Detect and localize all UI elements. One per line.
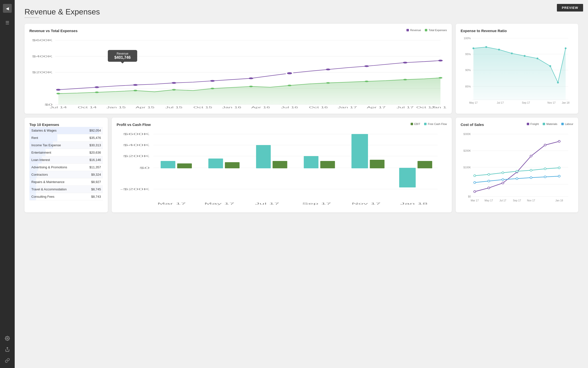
- svg-text:$0: $0: [468, 195, 471, 198]
- top-expenses-card: Top 10 Expenses Salaries & Wages $92,054…: [24, 118, 108, 212]
- chart5-legend: Freight Materials Labour: [527, 123, 573, 125]
- expense-row: Advertising & Promotions $11,357: [29, 164, 103, 171]
- expense-row: Salaries & Wages $92,054: [29, 127, 103, 134]
- svg-point-116: [544, 144, 546, 146]
- svg-text:Jul 16: Jul 16: [281, 106, 298, 109]
- svg-point-115: [530, 155, 532, 157]
- svg-point-118: [474, 175, 476, 177]
- cost-sales-card: Cost of Sales Freight Materials Labour: [456, 118, 578, 212]
- svg-point-125: [474, 182, 476, 184]
- svg-point-15: [172, 89, 176, 90]
- settings-icon[interactable]: [5, 336, 10, 342]
- svg-point-19: [326, 82, 330, 84]
- profit-cashflow-card: Profit vs Cash Flow EBIT Free Cash Flow: [112, 118, 452, 212]
- svg-text:$600K: $600K: [123, 133, 150, 135]
- svg-point-33: [438, 60, 443, 61]
- svg-point-120: [502, 172, 504, 174]
- legend-freight: Freight: [527, 123, 539, 125]
- sidebar-bottom-icons: [5, 336, 10, 364]
- svg-text:Apr 16: Apr 16: [251, 106, 270, 109]
- svg-point-124: [558, 167, 560, 169]
- svg-point-60: [473, 48, 474, 49]
- svg-point-31: [364, 65, 369, 67]
- back-button[interactable]: ◀: [3, 4, 12, 13]
- svg-text:Jul 17: Jul 17: [500, 199, 506, 202]
- svg-text:Oct 16: Oct 16: [309, 106, 328, 109]
- svg-point-64: [524, 55, 526, 57]
- svg-text:95%: 95%: [465, 53, 471, 56]
- chart2-title: Expense to Revenue Ratio: [461, 29, 507, 33]
- svg-rect-94: [399, 168, 416, 187]
- svg-text:Jul 14: Jul 14: [50, 106, 67, 109]
- svg-point-119: [488, 173, 490, 175]
- legend-ebit: EBIT: [411, 123, 420, 125]
- svg-point-21: [403, 79, 407, 80]
- svg-point-126: [488, 180, 490, 182]
- svg-rect-87: [225, 162, 240, 168]
- svg-text:Jan 18: Jan 18: [431, 106, 447, 109]
- expense-row: Consulting Fees $8,743: [29, 193, 103, 200]
- svg-rect-84: [161, 161, 175, 168]
- svg-text:Apr 17: Apr 17: [367, 106, 386, 109]
- svg-text:Jan 15: Jan 15: [107, 106, 126, 109]
- svg-text:$200K: $200K: [32, 71, 53, 74]
- preview-button[interactable]: PREVIEW: [557, 4, 583, 12]
- svg-point-130: [544, 176, 546, 178]
- svg-rect-85: [177, 163, 192, 168]
- svg-text:$200K: $200K: [123, 155, 150, 158]
- menu-icon[interactable]: ☰: [5, 20, 9, 25]
- svg-text:$100K: $100K: [464, 166, 471, 169]
- svg-point-66: [549, 65, 551, 67]
- chart3-title: Top 10 Expenses: [29, 123, 59, 127]
- chart4-area: $600K $400K $200K $0 -$200K: [117, 132, 447, 208]
- svg-point-63: [511, 52, 513, 54]
- expense-row: Rent $35,476: [29, 134, 103, 142]
- svg-point-32: [403, 62, 407, 63]
- share-icon[interactable]: [5, 347, 10, 353]
- svg-point-129: [530, 177, 532, 179]
- legend-revenue: Revenue: [406, 29, 421, 32]
- chart2-area: 100% 95% 90% 85%: [461, 33, 573, 104]
- svg-text:$0: $0: [45, 103, 52, 106]
- svg-rect-91: [320, 161, 335, 168]
- svg-rect-88: [256, 145, 271, 168]
- svg-text:Apr 15: Apr 15: [135, 106, 154, 109]
- expense-row: Loan Interest $16,146: [29, 156, 103, 164]
- svg-point-24: [95, 86, 99, 88]
- svg-text:Jul 17: Jul 17: [397, 106, 414, 109]
- svg-point-67: [557, 82, 559, 83]
- bottom-row: Top 10 Expenses Salaries & Wages $92,054…: [24, 118, 578, 212]
- svg-rect-90: [304, 156, 318, 168]
- svg-point-18: [288, 85, 292, 86]
- svg-point-121: [516, 170, 518, 172]
- svg-text:Jan 17: Jan 17: [338, 106, 357, 109]
- expense-row: Income Tax Expense $30,313: [29, 142, 103, 149]
- svg-rect-92: [352, 134, 368, 168]
- svg-text:Mar 17: Mar 17: [471, 199, 479, 202]
- svg-point-123: [544, 168, 546, 170]
- svg-point-112: [488, 187, 490, 189]
- svg-rect-95: [417, 161, 432, 168]
- sidebar: ◀ ☰: [0, 0, 15, 368]
- svg-text:Oct 14: Oct 14: [78, 106, 97, 109]
- svg-text:Oct 15: Oct 15: [193, 106, 212, 109]
- top-row: Revenue vs Total Expenses Revenue Total …: [24, 24, 578, 114]
- link-icon[interactable]: [5, 358, 10, 364]
- svg-text:$600K: $600K: [32, 39, 53, 42]
- svg-text:Sep 17: Sep 17: [522, 101, 530, 104]
- svg-text:-$200K: -$200K: [120, 188, 150, 191]
- chart4-title: Profit vs Cash Flow: [117, 123, 151, 127]
- svg-marker-11: [58, 78, 441, 105]
- chart1-legend: Revenue Total Expenses: [406, 29, 447, 32]
- legend-materials: Materials: [543, 123, 557, 125]
- svg-point-111: [474, 191, 476, 193]
- svg-point-127: [502, 179, 504, 181]
- svg-text:Jan 18: Jan 18: [400, 202, 428, 205]
- svg-point-30: [326, 69, 330, 70]
- svg-text:85%: 85%: [465, 85, 471, 88]
- svg-point-14: [134, 90, 137, 91]
- svg-point-122: [530, 169, 532, 171]
- svg-point-26: [172, 82, 176, 84]
- svg-point-117: [558, 140, 560, 142]
- svg-text:Jul 17: Jul 17: [497, 101, 504, 104]
